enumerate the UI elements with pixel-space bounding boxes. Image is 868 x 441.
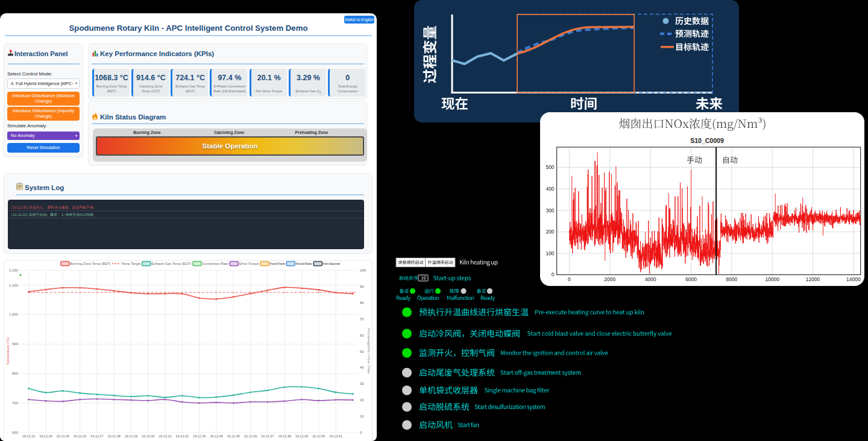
svg-text:16:12:24: 16:12:24: [39, 434, 52, 438]
svg-text:1,150: 1,150: [9, 268, 19, 272]
svg-text:Kiln Speed: Kiln Speed: [323, 262, 340, 265]
svg-text:700: 700: [12, 401, 19, 405]
svg-text:300: 300: [546, 208, 554, 214]
svg-text:200: 200: [546, 229, 554, 235]
svg-text:70: 70: [360, 317, 364, 321]
svg-text:16:12:35: 16:12:35: [227, 434, 239, 438]
svg-text:16:12:31: 16:12:31: [159, 434, 171, 438]
svg-text:100: 100: [360, 268, 366, 272]
svg-text:40: 40: [360, 366, 364, 369]
svg-text:16:12:37: 16:12:37: [261, 434, 274, 438]
svg-text:Fuel Flow: Fuel Flow: [270, 262, 286, 265]
svg-text:Drive Torque: Drive Torque: [239, 262, 259, 265]
svg-text:16:12:36: 16:12:36: [244, 434, 257, 438]
svg-text:16:12:27: 16:12:27: [90, 434, 103, 438]
svg-text:16:12:23: 16:12:23: [22, 434, 35, 438]
svg-text:16:12:39: 16:12:39: [295, 434, 308, 438]
svg-text:1,100: 1,100: [9, 284, 19, 287]
svg-text:60: 60: [360, 334, 364, 337]
svg-text:Burning Zone Temp (BZT): Burning Zone Temp (BZT): [71, 262, 111, 265]
svg-text:16:12:32: 16:12:32: [176, 434, 189, 438]
svg-text:S10_C0009: S10_C0009: [690, 137, 724, 144]
svg-text:Percentage(%) / Flow / Rate: Percentage(%) / Flow / Rate: [367, 328, 371, 374]
svg-text:16:12:25: 16:12:25: [56, 434, 69, 438]
svg-text:0: 0: [360, 431, 362, 434]
svg-text:16:12:33: 16:12:33: [193, 434, 206, 438]
svg-text:80: 80: [360, 301, 364, 305]
svg-text:Conversion Rate: Conversion Rate: [203, 262, 228, 265]
svg-text:90: 90: [360, 285, 364, 288]
svg-text:600: 600: [12, 431, 19, 434]
svg-text:Exhaust Gas Temp (EGT): Exhaust Gas Temp (EGT): [151, 262, 191, 265]
svg-text:16:12:28: 16:12:28: [107, 434, 120, 438]
svg-text:Temperature (°C): Temperature (°C): [6, 337, 10, 365]
svg-text:Feed Rate: Feed Rate: [296, 262, 312, 265]
svg-text:16:12:26: 16:12:26: [74, 434, 86, 438]
svg-text:10: 10: [360, 414, 364, 418]
svg-text:400: 400: [546, 186, 554, 192]
svg-text:20: 20: [360, 398, 364, 402]
svg-text:16:12:41: 16:12:41: [329, 434, 342, 438]
svg-text:1,000: 1,000: [9, 313, 19, 316]
svg-text:Temp Target: Temp Target: [121, 262, 140, 265]
svg-text:16:12:29: 16:12:29: [125, 434, 137, 438]
svg-text:16:12:30: 16:12:30: [142, 434, 154, 438]
svg-text:800: 800: [12, 372, 19, 375]
svg-text:30: 30: [360, 382, 364, 385]
svg-text:16:12:38: 16:12:38: [278, 434, 291, 438]
svg-text:500: 500: [546, 164, 554, 170]
svg-text:900: 900: [12, 342, 19, 346]
svg-text:16:12:40: 16:12:40: [312, 434, 325, 438]
svg-text:50: 50: [360, 350, 364, 354]
svg-text:16:12:34: 16:12:34: [210, 434, 222, 438]
